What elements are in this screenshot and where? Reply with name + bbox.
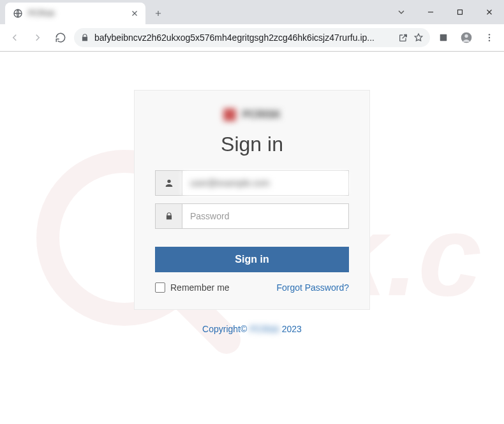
close-window-button[interactable] (475, 0, 504, 24)
copyright-prefix: Copyright© (202, 324, 249, 334)
brand-text: PCRISK (242, 109, 281, 121)
address-bar[interactable]: bafybeibncvz2h62ukxog5x576mh4egritgsgh2z… (74, 28, 430, 47)
forward-button[interactable] (28, 28, 47, 47)
copyright-year: 2023 (279, 324, 302, 334)
globe-icon (13, 8, 23, 18)
back-button[interactable] (5, 28, 24, 47)
tab-title: PCRisk (28, 9, 55, 18)
copyright-brand: PCRisk (249, 324, 279, 334)
kebab-menu-icon[interactable] (480, 28, 499, 47)
profile-icon[interactable] (457, 28, 476, 47)
maximize-button[interactable] (445, 0, 475, 24)
brand-logo-icon (223, 108, 236, 121)
reload-button[interactable] (51, 28, 70, 47)
close-icon[interactable] (130, 9, 139, 18)
svg-point-9 (489, 37, 490, 38)
url-text: bafybeibncvz2h62ukxog5x576mh4egritgsgh2z… (94, 33, 393, 43)
extensions-icon[interactable] (434, 28, 453, 47)
chevron-down-icon[interactable] (387, 0, 416, 24)
brand-row: PCRISK (155, 108, 349, 121)
window-controls (387, 0, 504, 24)
signin-button[interactable]: Sign in (155, 247, 349, 272)
browser-tab[interactable]: PCRisk (5, 3, 145, 24)
svg-rect-4 (458, 10, 463, 15)
user-icon (156, 171, 182, 195)
remember-me[interactable]: Remember me (155, 282, 230, 293)
lock-icon (156, 204, 182, 228)
page-viewport: PCRISK Sign in Sign in Remember me Forgo… (0, 52, 504, 424)
email-input-group (155, 170, 349, 196)
checkbox-icon[interactable] (155, 282, 165, 293)
signin-heading: Sign in (155, 133, 349, 156)
browser-chrome: PCRisk (0, 0, 504, 52)
password-input-group (155, 203, 349, 229)
minimize-button[interactable] (416, 0, 445, 24)
svg-point-8 (489, 34, 490, 35)
share-icon[interactable] (398, 33, 408, 43)
copyright-line: Copyright© PCRisk 2023 (0, 324, 504, 334)
password-field[interactable] (182, 204, 348, 228)
svg-rect-5 (440, 34, 447, 41)
bookmark-icon[interactable] (413, 33, 424, 43)
svg-point-10 (489, 40, 490, 41)
email-field[interactable] (182, 171, 348, 195)
browser-toolbar: bafybeibncvz2h62ukxog5x576mh4egritgsgh2z… (0, 24, 504, 51)
form-footer: Remember me Forgot Password? (155, 282, 349, 293)
new-tab-button[interactable] (149, 4, 167, 22)
remember-label: Remember me (170, 282, 230, 293)
lock-icon (80, 33, 89, 42)
svg-point-7 (464, 34, 468, 38)
forgot-password-link[interactable]: Forgot Password? (276, 282, 349, 293)
svg-point-11 (167, 180, 170, 183)
login-card: PCRISK Sign in Sign in Remember me Forgo… (134, 90, 370, 310)
